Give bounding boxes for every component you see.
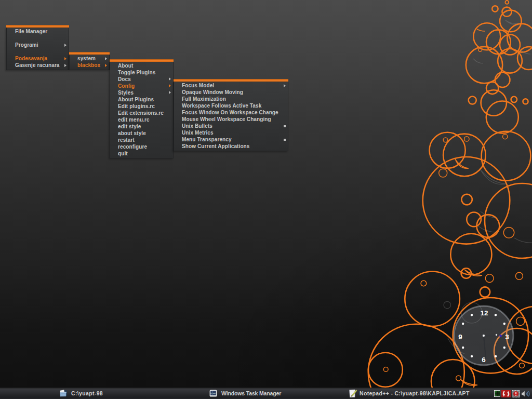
svg-text:9: 9 xyxy=(458,333,462,341)
svg-text:3: 3 xyxy=(505,333,509,341)
svg-text:12: 12 xyxy=(480,309,488,317)
